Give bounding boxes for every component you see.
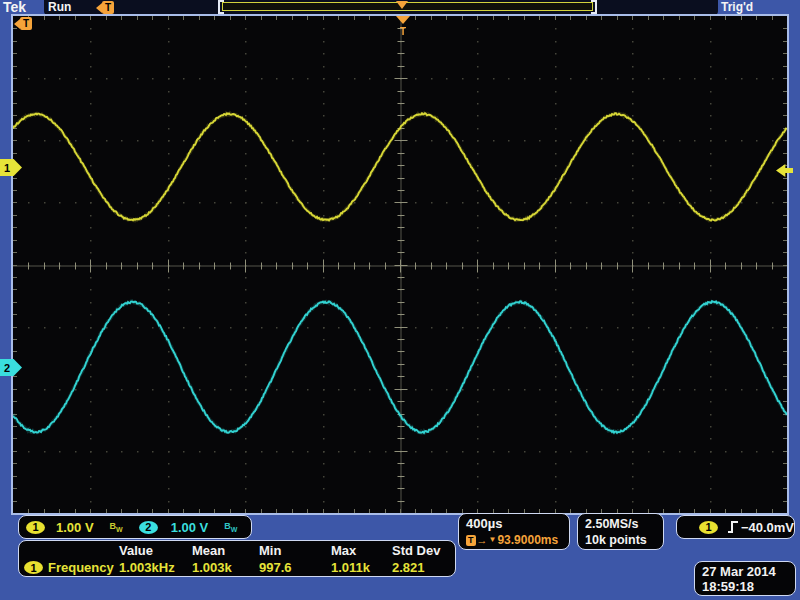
ch1-marker-label: 1 xyxy=(4,162,10,174)
meas-header-stddev: Std Dev xyxy=(392,543,440,558)
waveform-canvas xyxy=(13,16,787,513)
flag-t-label: T xyxy=(20,17,32,30)
trigger-t-icon: T xyxy=(466,535,476,546)
flag-t-label: T xyxy=(102,1,114,14)
triangle-down-icon: ▼ xyxy=(489,532,497,548)
record-right-bracket-icon xyxy=(591,0,597,14)
graticule: T 1 2 xyxy=(11,14,789,515)
delay-value: 93.9000ms xyxy=(497,532,558,548)
timebase-scale: 400µs xyxy=(466,516,562,532)
ch2-badge: 2 xyxy=(139,521,158,534)
trigger-status: Trig'd xyxy=(721,0,753,14)
meas-header-min: Min xyxy=(259,543,281,558)
meas-mean: 1.003k xyxy=(192,560,232,575)
timebase-box: 400µs T → ▼ 93.9000ms xyxy=(458,513,570,550)
meas-stddev: 2.821 xyxy=(392,560,425,575)
meas-min: 997.6 xyxy=(259,560,292,575)
rising-edge-slope-icon xyxy=(727,520,739,534)
channel-readout-box: 1 1.00 V BW 2 1.00 V BW xyxy=(18,515,252,539)
ch1-scale: 1.00 V xyxy=(56,520,94,535)
meas-header-max: Max xyxy=(331,543,356,558)
graticule-trigger-flag-icon: T xyxy=(14,17,32,30)
ch1-badge: 1 xyxy=(26,521,45,534)
trigger-source-badge: 1 xyxy=(699,521,718,534)
acquisition-box: 2.50MS/s 10k points xyxy=(577,513,664,550)
meas-value: 1.003kHz xyxy=(119,560,175,575)
meas-source-badge: 1 xyxy=(24,561,43,574)
ch1-bandwidth-icon: BW xyxy=(110,521,123,533)
meas-max: 1.011k xyxy=(331,560,370,575)
sample-rate: 2.50MS/s xyxy=(585,516,656,532)
ch2-scale: 1.00 V xyxy=(171,520,209,535)
meas-header-mean: Mean xyxy=(192,543,225,558)
expansion-point-icon xyxy=(396,1,408,9)
status-bar: Run T xyxy=(44,0,718,15)
date-label: 27 Mar 2014 xyxy=(702,564,788,579)
trigger-offscreen-flag-icon: T xyxy=(96,1,114,14)
tek-logo: Tek xyxy=(3,0,26,15)
timebase-delay: T → ▼ 93.9000ms xyxy=(466,532,562,548)
acquisition-status: Run xyxy=(48,0,71,14)
meas-header-value: Value xyxy=(119,543,153,558)
measurement-box: Value Mean Min Max Std Dev 1 Frequency 1… xyxy=(18,540,456,577)
arrow-right-icon: → xyxy=(477,532,488,548)
ch2-bandwidth-icon: BW xyxy=(224,521,237,533)
time-label: 18:59:18 xyxy=(702,579,788,594)
ch2-marker-label: 2 xyxy=(4,362,10,374)
datetime-box: 27 Mar 2014 18:59:18 xyxy=(694,561,796,596)
trigger-level: −40.0mV xyxy=(741,520,794,535)
trigger-readout-box: 1 −40.0mV xyxy=(676,515,795,539)
record-left-bracket-icon xyxy=(218,0,224,14)
meas-name: Frequency xyxy=(48,560,114,575)
record-length: 10k points xyxy=(585,532,656,548)
